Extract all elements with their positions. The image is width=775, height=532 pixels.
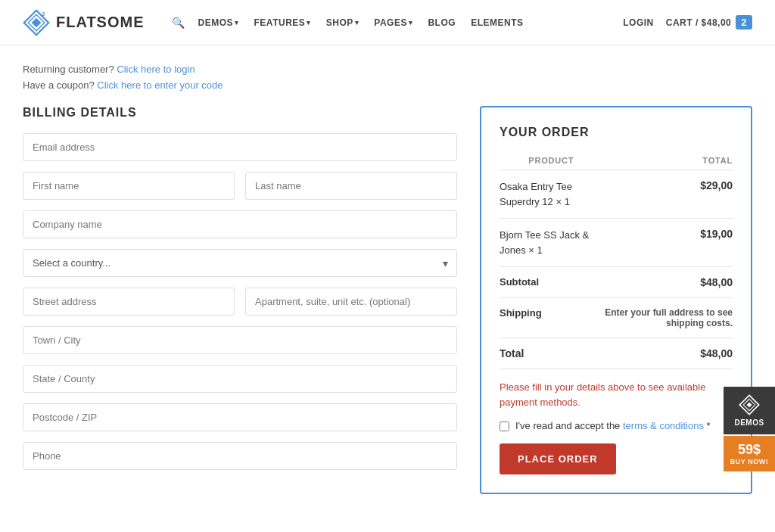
subtotal-row: Subtotal $48,00	[500, 267, 733, 298]
street-group	[23, 288, 235, 316]
phone-group	[23, 442, 457, 470]
cart-label: CART / $48,00	[666, 17, 732, 28]
buy-price: 59$	[738, 442, 761, 458]
nav-features[interactable]: FEATURES ▾	[248, 13, 317, 33]
nav-pages[interactable]: PAGES ▾	[368, 13, 419, 33]
phone-field[interactable]	[23, 442, 457, 470]
state-group	[23, 365, 457, 393]
name-row	[23, 172, 457, 200]
item-2-name: Bjorn Tee SS Jack & Jones × 1	[500, 229, 589, 256]
total-col-header: TOTAL	[603, 151, 733, 170]
side-widget: DEMOS 59$ BUY NOW!	[724, 387, 775, 471]
shipping-label: Shipping	[500, 298, 603, 338]
terms-label: I've read and accept the terms & conditi…	[515, 420, 711, 431]
order-summary: YOUR ORDER PRODUCT TOTAL Osaka Entry Tee…	[480, 106, 752, 494]
coupon-notice: Have a coupon? Click here to enter your …	[23, 79, 752, 91]
postcode-group	[23, 403, 457, 431]
state-field[interactable]	[23, 365, 457, 393]
total-row: Total $48,00	[500, 338, 733, 369]
item-1-total: $29,00	[700, 179, 733, 191]
city-group	[23, 326, 457, 354]
svg-text:3: 3	[42, 11, 45, 17]
logo[interactable]: 3 FLATSOME	[23, 9, 145, 36]
payment-notice: Please fill in your details above to see…	[500, 380, 733, 409]
coupon-prefix: Have a coupon?	[23, 79, 95, 91]
order-item-2: Bjorn Tee SS Jack & Jones × 1 $19,00	[500, 219, 733, 267]
returning-prefix: Returning customer?	[23, 64, 114, 75]
header-right: LOGIN CART / $48,00 2	[623, 15, 752, 30]
terms-row: I've read and accept the terms & conditi…	[500, 420, 733, 431]
demos-widget[interactable]: DEMOS	[724, 387, 775, 434]
postcode-field[interactable]	[23, 403, 457, 431]
terms-link[interactable]: terms & conditions	[623, 420, 704, 431]
first-name-group	[23, 172, 235, 200]
subtotal-label: Subtotal	[500, 267, 603, 298]
last-name-group	[245, 172, 457, 200]
login-link-notice[interactable]: Click here to login	[117, 64, 195, 75]
svg-marker-2	[32, 17, 42, 27]
country-group: Select a country...	[23, 249, 457, 277]
place-order-button[interactable]: PLACE ORDER	[500, 443, 616, 474]
cart-count: 2	[736, 15, 752, 30]
item-1-name: Osaka Entry Tee Superdry 12 × 1	[500, 181, 572, 207]
search-icon[interactable]: 🔍	[167, 12, 189, 33]
street-field[interactable]	[23, 288, 235, 316]
apt-group	[245, 288, 457, 316]
total-label: Total	[500, 338, 603, 369]
city-field[interactable]	[23, 326, 457, 354]
buy-label: BUY NOW!	[730, 458, 768, 465]
nav-blog[interactable]: BLOG	[422, 13, 462, 33]
logo-text: FLATSOME	[56, 14, 145, 31]
page-content: Returning customer? Click here to login …	[0, 45, 775, 512]
billing-title: BILLING DETAILS	[23, 106, 457, 120]
cart-area[interactable]: CART / $48,00 2	[666, 15, 752, 30]
checkout-layout: BILLING DETAILS Select a country...	[23, 106, 752, 494]
main-nav: 🔍 DEMOS ▾ FEATURES ▾ SHOP ▾ PAGES ▾ BLOG…	[167, 12, 624, 33]
demos-widget-icon	[739, 394, 760, 415]
buy-widget[interactable]: 59$ BUY NOW!	[724, 436, 775, 471]
product-col-header: PRODUCT	[500, 151, 603, 170]
billing-section: BILLING DETAILS Select a country...	[23, 106, 457, 481]
last-name-field[interactable]	[245, 172, 457, 200]
shipping-value: Enter your full address to see shipping …	[603, 298, 733, 338]
email-field-group	[23, 133, 457, 161]
nav-shop[interactable]: SHOP ▾	[320, 13, 366, 33]
site-header: 3 FLATSOME 🔍 DEMOS ▾ FEATURES ▾ SHOP ▾ P…	[0, 0, 775, 45]
company-field[interactable]	[23, 210, 457, 238]
demos-widget-label: DEMOS	[734, 418, 764, 427]
company-group	[23, 210, 457, 238]
svg-marker-6	[747, 403, 752, 408]
nav-elements[interactable]: ELEMENTS	[465, 13, 529, 33]
subtotal-value: $48,00	[603, 267, 733, 298]
email-field[interactable]	[23, 133, 457, 161]
terms-checkbox[interactable]	[500, 422, 509, 431]
terms-required: *	[707, 420, 711, 431]
country-select[interactable]: Select a country...	[23, 249, 457, 277]
total-value: $48,00	[603, 338, 733, 369]
logo-icon: 3	[23, 9, 50, 36]
order-table: PRODUCT TOTAL Osaka Entry Tee Superdry 1…	[500, 151, 733, 369]
returning-customer-notice: Returning customer? Click here to login	[23, 64, 752, 75]
apt-field[interactable]	[245, 288, 457, 316]
item-2-total: $19,00	[700, 228, 733, 240]
login-link[interactable]: LOGIN	[623, 17, 654, 28]
terms-text: I've read and accept the	[515, 420, 620, 431]
top-notices: Returning customer? Click here to login …	[23, 64, 752, 91]
order-title: YOUR ORDER	[500, 126, 733, 139]
nav-demos[interactable]: DEMOS ▾	[192, 13, 245, 33]
first-name-field[interactable]	[23, 172, 235, 200]
shipping-row: Shipping Enter your full address to see …	[500, 298, 733, 338]
address-row	[23, 288, 457, 316]
coupon-link[interactable]: Click here to enter your code	[97, 79, 223, 91]
order-item-1: Osaka Entry Tee Superdry 12 × 1 $29,00	[500, 170, 733, 219]
